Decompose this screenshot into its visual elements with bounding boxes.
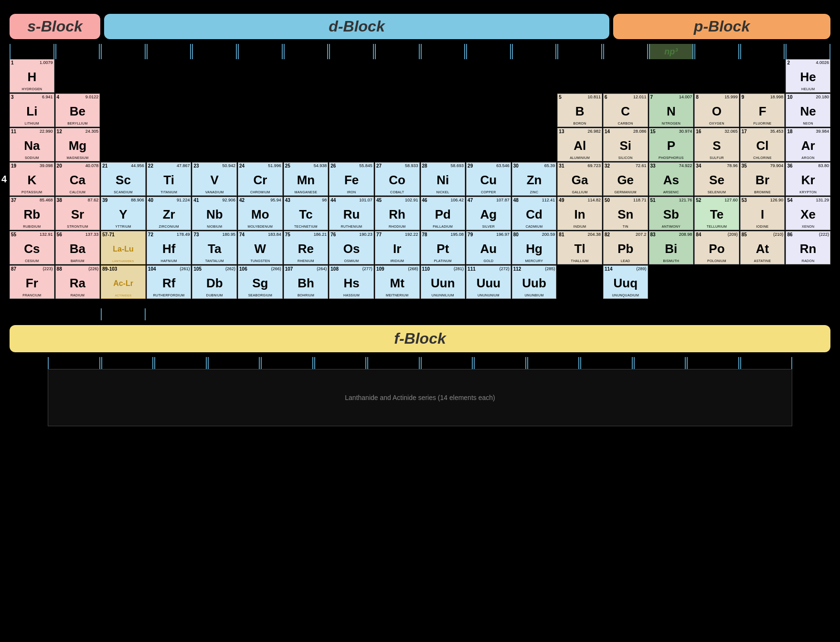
element-Na[interactable]: 1122.990NaSODIUM	[10, 128, 54, 161]
element-Te[interactable]: 52127.60TeTELLURIUM	[694, 197, 739, 230]
element-Re[interactable]: 75186.21ReRHENIUM	[284, 231, 329, 264]
element-Ba[interactable]: 56137.33BaBARIUM	[55, 231, 100, 264]
element-Li[interactable]: 36.941LiLITHIUM	[10, 94, 54, 127]
element-Xe[interactable]: 54131.29XeXENON	[786, 197, 830, 230]
element-Uun[interactable]: 110(281)UunUNUNNILIUM	[421, 265, 466, 299]
element-Ge[interactable]: 3272.61GeGERMANIUM	[603, 162, 648, 196]
element-Ne[interactable]: 1020.180NeNEON	[786, 94, 830, 127]
element-He[interactable]: 24.0026HeHELIUM	[786, 59, 830, 93]
atomic-weight: 101.07	[359, 198, 372, 202]
element-name: DUBNIUM	[206, 294, 223, 297]
element-Ni[interactable]: 2858.693NiNICKEL	[421, 162, 466, 196]
element-Ti[interactable]: 2247.867TiTITANIUM	[147, 162, 191, 196]
element-Sg[interactable]: 106(266)SgSEABORGIUM	[238, 265, 283, 299]
element-Ac-Lr[interactable]: 89-103Ac-LrACTINIDES	[101, 265, 146, 299]
element-Fr[interactable]: 87(223)FrFRANCIUM	[10, 265, 54, 299]
element-Sr[interactable]: 3887.62SrSTRONTIUM	[55, 197, 100, 230]
element-Kr[interactable]: 3683.80KrKRYPTON	[786, 162, 830, 196]
element-Rb[interactable]: 3785.468RbRUBIDIUM	[10, 197, 54, 230]
element-S[interactable]: 1632.065SSULFUR	[694, 128, 739, 161]
element-name: HELIUM	[801, 87, 815, 91]
element-Uuu[interactable]: 111(272)UuuUNUNUNIUM	[466, 265, 511, 299]
element-Ar[interactable]: 1839.984ArARGON	[786, 128, 830, 161]
element-Ir[interactable]: 77192.22IrIRIDIUM	[375, 231, 420, 264]
element-O[interactable]: 815.999OOXYGEN	[694, 94, 739, 127]
element-Ru[interactable]: 44101.07RuRUTHENIUM	[329, 197, 374, 230]
element-Ta[interactable]: 73180.95TaTANTALUM	[192, 231, 237, 264]
element-Uub[interactable]: 112(285)UubUNUNBIUM	[512, 265, 557, 299]
element-Sn[interactable]: 50118.71SnTIN	[603, 197, 648, 230]
element-W[interactable]: 74183.84WTUNGSTEN	[238, 231, 283, 264]
element-Si[interactable]: 1428.086SiSILICON	[603, 128, 648, 161]
element-C[interactable]: 612.011CCARBON	[603, 94, 648, 127]
element-P[interactable]: 1530.974PPHOSPHORUS	[649, 128, 694, 161]
element-Bi[interactable]: 83208.98BiBISMUTH	[649, 231, 694, 264]
element-Os[interactable]: 76190.23OsOSMIUM	[329, 231, 374, 264]
element-Cd[interactable]: 48112.41CdCADMIUM	[512, 197, 557, 230]
element-Uuq[interactable]: 114(289)UuqUNUNQUADIUM	[603, 265, 648, 299]
element-Fe[interactable]: 2655.845FeIRON	[329, 162, 374, 196]
element-Rh[interactable]: 45102.91RhRHODIUM	[375, 197, 420, 230]
element-Ga[interactable]: 3169.723GaGALLIUM	[557, 162, 602, 196]
element-name: ANTIMONY	[662, 225, 681, 228]
element-Sc[interactable]: 2144.956ScSCANDIUM	[101, 162, 146, 196]
atomic-weight: 74.922	[679, 164, 692, 168]
element-Tl[interactable]: 81204.38TlTHALLIUM	[557, 231, 602, 264]
element-Se[interactable]: 3478.96SeSELENIUM	[694, 162, 739, 196]
element-At[interactable]: 85(210)AtASTATINE	[740, 231, 785, 264]
element-Nb[interactable]: 4192.906NbNIOBIUM	[192, 197, 237, 230]
element-B[interactable]: 510.811BBORON	[557, 94, 602, 127]
element-Cr[interactable]: 2451.996CrCHROMIUM	[238, 162, 283, 196]
element-Zn[interactable]: 3065.39ZnZINC	[512, 162, 557, 196]
element-Rn[interactable]: 86(222)RnRADON	[786, 231, 830, 264]
element-Ra[interactable]: 88(226)RaRADIUM	[55, 265, 100, 299]
element-Hf[interactable]: 72178.49HfHAFNIUM	[147, 231, 191, 264]
element-Db[interactable]: 105(262)DbDUBNIUM	[192, 265, 237, 299]
element-Sb[interactable]: 51121.76SbANTIMONY	[649, 197, 694, 230]
element-Hs[interactable]: 108(277)HsHASSIUM	[329, 265, 374, 299]
element-Tc[interactable]: 4398TcTECHNETIUM	[284, 197, 329, 230]
element-Bh[interactable]: 107(264)BhBOHRIUM	[284, 265, 329, 299]
element-Pd[interactable]: 46106.42PdPALLADIUM	[421, 197, 466, 230]
atomic-weight: 114.82	[587, 198, 601, 202]
element-V[interactable]: 2350.942VVANADIUM	[192, 162, 237, 196]
element-N[interactable]: 714.007NNITROGEN	[649, 94, 694, 127]
element-Zr[interactable]: 4091.224ZrZIRCONIUM	[147, 197, 191, 230]
atomic-number: 88	[57, 267, 62, 272]
element-H[interactable]: 11.0079HHYDROGEN	[10, 59, 54, 93]
element-La-Lu[interactable]: 57-71La-LuLANTHANIDES	[101, 231, 146, 264]
element-Hg[interactable]: 80200.59HgMERCURY	[512, 231, 557, 264]
element-Cl[interactable]: 1735.453ClCHLORINE	[740, 128, 785, 161]
element-name: CADMIUM	[526, 225, 543, 228]
element-Mo[interactable]: 4295.94MoMOLYBDENUM	[238, 197, 283, 230]
element-Au[interactable]: 79196.97AuGOLD	[466, 231, 511, 264]
element-Cs[interactable]: 55132.91CsCESIUM	[10, 231, 54, 264]
element-Pb[interactable]: 82207.2PbLEAD	[603, 231, 648, 264]
element-Al[interactable]: 1326.982AlALUMINIUM	[557, 128, 602, 161]
element-Pt[interactable]: 78195.08PtPLATINUM	[421, 231, 466, 264]
element-Co[interactable]: 2758.933CoCOBALT	[375, 162, 420, 196]
element-K[interactable]: 1939.098KPOTASSIUM4	[10, 162, 54, 196]
element-Mn[interactable]: 2554.938MnMANGANESE	[284, 162, 329, 196]
element-name: STRONTIUM	[67, 225, 88, 228]
element-Rf[interactable]: 104(261)RfRUTHERFORDIUM	[147, 265, 191, 299]
element-Ca[interactable]: 2040.078CaCALCIUM	[55, 162, 100, 196]
element-Y[interactable]: 3988.906YYTTRIUM	[101, 197, 146, 230]
element-Be[interactable]: 49.0122BeBERYLLIUM	[55, 94, 100, 127]
element-Po[interactable]: 84(209)PoPOLONIUM	[694, 231, 739, 264]
element-Cu[interactable]: 2963.546CuCOPPER	[466, 162, 511, 196]
element-Mg[interactable]: 1224.305MgMAGNESIUM	[55, 128, 100, 161]
empty-cell-r1c7	[284, 59, 329, 93]
element-Mt[interactable]: 109(268)MtMEITNERIUM	[375, 265, 420, 299]
element-I[interactable]: 53126.90IIODINE	[740, 197, 785, 230]
element-Ag[interactable]: 47107.87AgSILVER	[466, 197, 511, 230]
empty-cell-r1c15	[649, 59, 694, 93]
empty-cell-r1c12	[512, 59, 557, 93]
element-F[interactable]: 918.998FFLUORINE	[740, 94, 785, 127]
element-name: TELLURIUM	[707, 225, 727, 228]
element-Br[interactable]: 3579.904BrBROMINE	[740, 162, 785, 196]
element-As[interactable]: 3374.922AsARSENIC	[649, 162, 694, 196]
element-In[interactable]: 49114.82InINDIUM	[557, 197, 602, 230]
atomic-weight: 54.938	[314, 164, 327, 168]
element-symbol: B	[575, 105, 585, 117]
